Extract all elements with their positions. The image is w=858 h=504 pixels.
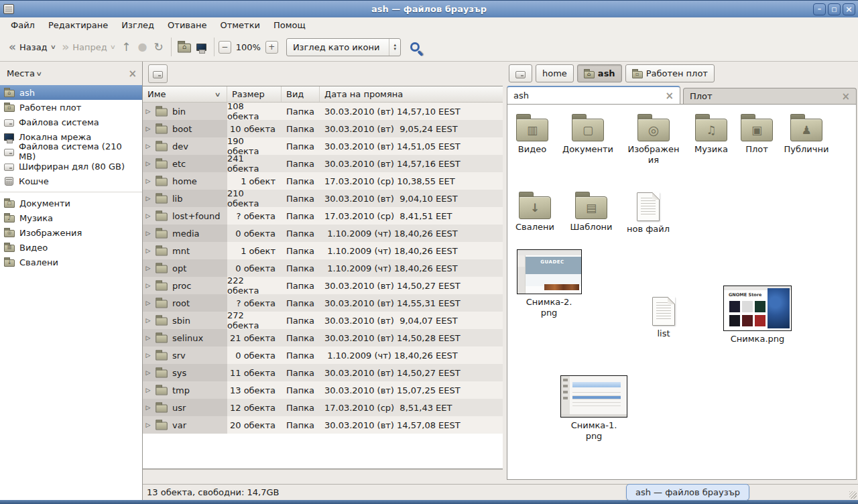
resize-grip[interactable] xyxy=(849,491,857,499)
expander-icon[interactable]: ▷ xyxy=(145,369,151,376)
tab-close-icon[interactable]: × xyxy=(665,92,674,100)
sidebar-item-documents[interactable]: Документи xyxy=(0,196,142,210)
expander-icon[interactable]: ▷ xyxy=(145,125,151,132)
expander-icon[interactable]: ▷ xyxy=(145,300,151,306)
expander-icon[interactable]: ▷ xyxy=(145,247,151,254)
tree-row-sbin[interactable]: ▷sbin272 обектаПапка30.03.2010 (вт) 9,04… xyxy=(143,312,503,329)
filesystem-root-button[interactable] xyxy=(148,64,168,83)
tree-row-boot[interactable]: ▷boot10 обектаПапка30.03.2010 (вт) 9,05,… xyxy=(143,120,503,137)
tab-ash[interactable]: ash× xyxy=(507,86,680,104)
icon-item-templates[interactable]: Шаблони xyxy=(565,190,617,233)
expander-icon[interactable]: ▷ xyxy=(145,422,151,428)
column-header-date[interactable]: Дата на промяна xyxy=(320,86,503,102)
expander-icon[interactable]: ▷ xyxy=(145,387,151,393)
menu-go[interactable]: Отиване xyxy=(161,19,213,32)
column-header-name[interactable]: Име ∨ xyxy=(143,86,227,102)
menu-edit[interactable]: Редактиране xyxy=(42,19,115,32)
sidebar-selector-chevron-icon[interactable]: ∨ xyxy=(36,70,42,77)
view-mode-dropdown[interactable]: Изглед като икони ▴▾ xyxy=(286,38,401,56)
sidebar-item-downloads[interactable]: Свалени xyxy=(0,255,142,269)
up-button[interactable]: ↑ xyxy=(118,38,134,56)
minimize-button[interactable] xyxy=(813,3,826,15)
tab-desktop[interactable]: Плот× xyxy=(683,88,857,104)
expander-icon[interactable]: ▷ xyxy=(145,160,151,167)
zoom-in-button[interactable]: + xyxy=(265,41,278,54)
icon-item-new-file[interactable]: нов файл xyxy=(622,192,674,235)
expander-icon[interactable]: ▷ xyxy=(145,212,151,219)
menu-view[interactable]: Изглед xyxy=(115,19,161,32)
expander-icon[interactable]: ▷ xyxy=(145,108,151,115)
breadcrumb-ash[interactable]: ash xyxy=(577,64,622,82)
sidebar-item-video[interactable]: Видео xyxy=(0,240,142,255)
sidebar-item-encrypted-80[interactable]: Шифриран дял (80 GB) xyxy=(0,159,142,174)
expander-icon[interactable]: ▷ xyxy=(145,282,151,289)
tree-row-home[interactable]: ▷home1 обектПапка17.03.2010 (ср) 10,38,5… xyxy=(143,172,503,190)
zoom-out-button[interactable]: − xyxy=(219,41,231,54)
column-header-type[interactable]: Вид xyxy=(282,86,320,102)
reload-button[interactable]: ↻ xyxy=(150,38,166,56)
breadcrumb-root[interactable] xyxy=(509,64,532,82)
tree-row-lost+found[interactable]: ▷lost+found? обектаПапка17.03.2010 (ср) … xyxy=(143,207,503,225)
expander-icon[interactable]: ▷ xyxy=(145,352,151,359)
sidebar-item-pictures[interactable]: Изображения xyxy=(0,225,142,240)
search-button[interactable] xyxy=(410,42,420,52)
breadcrumb-home-dir[interactable]: home xyxy=(536,64,574,82)
tree-row-var[interactable]: ▷var20 обектаПапка30.03.2010 (вт) 14,57,… xyxy=(143,416,503,434)
tree-row-bin[interactable]: ▷bin108 обектаПапка30.03.2010 (вт) 14,57… xyxy=(143,103,503,120)
sidebar-item-filesystem[interactable]: Файлова система xyxy=(0,115,142,129)
sidebar-item-desktop[interactable]: Работен плот xyxy=(0,100,142,115)
expander-icon[interactable]: ▷ xyxy=(145,143,151,149)
expander-icon[interactable]: ▷ xyxy=(145,178,151,184)
icon-item-public[interactable]: Публични xyxy=(780,113,833,155)
sidebar-close-icon[interactable]: × xyxy=(128,70,137,78)
tree-row-sys[interactable]: ▷sys11 обектаПапка30.03.2010 (вт) 14,50,… xyxy=(143,364,503,381)
menu-help[interactable]: Помощ xyxy=(267,19,312,32)
icon-item-downloads[interactable]: Свалени xyxy=(509,190,561,233)
icon-item-desktop[interactable]: Плот xyxy=(731,113,783,155)
close-button[interactable] xyxy=(843,3,855,15)
tree-row-opt[interactable]: ▷opt0 обектаПапка 1.10.2009 (чт) 18,40,2… xyxy=(143,259,503,277)
sidebar-item-volume-210[interactable]: Файлова система (210 MB) xyxy=(0,144,142,159)
tree-row-lib[interactable]: ▷lib210 обектаПапка30.03.2010 (вт) 9,04,… xyxy=(143,190,503,207)
sidebar-item-home[interactable]: ash xyxy=(0,85,142,100)
home-button[interactable] xyxy=(176,39,193,55)
menu-file[interactable]: Файл xyxy=(4,19,42,32)
tree-row-srv[interactable]: ▷srv0 обектаПапка 1.10.2009 (чт) 18,40,2… xyxy=(143,346,503,364)
tree-row-etc[interactable]: ▷etc241 обектаПапка30.03.2010 (вт) 14,57… xyxy=(143,155,503,172)
expander-icon[interactable]: ▷ xyxy=(145,317,151,324)
icon-item-list[interactable]: list xyxy=(637,296,690,339)
maximize-button[interactable] xyxy=(828,3,841,15)
icon-item-documents[interactable]: Документи xyxy=(562,113,614,155)
expander-icon[interactable]: ▷ xyxy=(145,230,151,237)
tree-row-dev[interactable]: ▷dev190 обектаПапка30.03.2010 (вт) 14,51… xyxy=(143,137,503,155)
icon-item-snimka[interactable]: GNOME StoreСнимка.png xyxy=(719,286,796,344)
tree-row-tmp[interactable]: ▷tmp13 обектаПапка30.03.2010 (вт) 15,07,… xyxy=(143,381,503,399)
tree-row-root[interactable]: ▷root? обектаПапка30.03.2010 (вт) 14,55,… xyxy=(143,294,503,312)
icon-item-snimka-2[interactable]: GUADECСнимка-2. png xyxy=(512,249,586,319)
taskbar-window-button[interactable]: ash — файлов браузър xyxy=(626,484,749,501)
back-button[interactable]: « Назад ∨ xyxy=(5,39,58,56)
icon-item-snimka-1[interactable]: Снимка-1. png xyxy=(557,375,631,442)
tree-row-media[interactable]: ▷media0 обектаПапка 1.10.2009 (чт) 18,40… xyxy=(143,225,503,242)
expander-icon[interactable]: ▷ xyxy=(145,404,151,411)
tree-row-selinux[interactable]: ▷selinux21 обектаПапка30.03.2010 (вт) 14… xyxy=(143,329,503,346)
forward-button[interactable]: » Напред ∨ xyxy=(58,39,118,56)
stop-button[interactable]: ● xyxy=(135,38,151,56)
sidebar-item-music[interactable]: Музика xyxy=(0,210,142,225)
menu-bookmarks[interactable]: Отметки xyxy=(213,19,266,32)
tab-close-icon[interactable]: × xyxy=(841,92,850,101)
tree-row-mnt[interactable]: ▷mnt1 обектПапка 1.10.2009 (чт) 18,40,26… xyxy=(143,242,503,259)
tree-row-usr[interactable]: ▷usr12 обектаПапка17.03.2010 (ср) 8,51,4… xyxy=(143,399,503,416)
icon-item-video[interactable]: Видео xyxy=(507,113,558,155)
expander-icon[interactable]: ▷ xyxy=(145,265,151,271)
breadcrumb-desktop[interactable]: Работен плот xyxy=(625,64,715,82)
expander-icon[interactable]: ▷ xyxy=(145,195,151,202)
icon-item-music[interactable]: Музика xyxy=(685,113,737,155)
back-history-chevron-icon[interactable]: ∨ xyxy=(50,44,56,50)
sidebar-item-trash[interactable]: Кошче xyxy=(0,174,142,188)
icon-item-pictures[interactable]: Изображен ия xyxy=(627,113,680,166)
computer-button[interactable] xyxy=(193,40,210,54)
column-header-size[interactable]: Размер xyxy=(227,86,282,102)
tree-row-proc[interactable]: ▷proc222 обектаПапка30.03.2010 (вт) 14,5… xyxy=(143,277,503,294)
expander-icon[interactable]: ▷ xyxy=(145,334,151,341)
